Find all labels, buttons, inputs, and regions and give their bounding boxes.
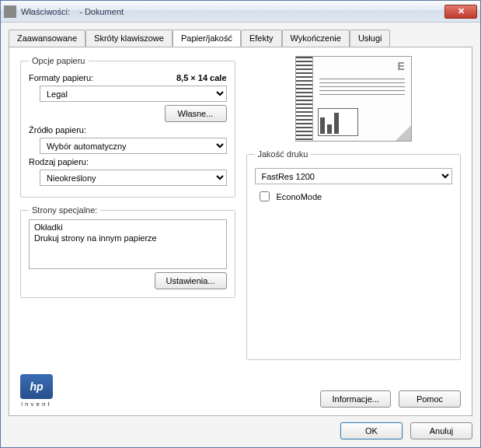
tab-paper-quality[interactable]: Papier/jakość (173, 30, 241, 47)
close-button[interactable]: ✕ (444, 5, 477, 19)
window-body: Zaawansowane Skróty klawiszowe Papier/ja… (1, 23, 480, 447)
hp-logo-sub: invent (20, 401, 53, 408)
tab-advanced[interactable]: Zaawansowane (9, 30, 85, 47)
window-title: Właściwości: - Dokument (21, 7, 124, 16)
print-quality-select[interactable]: FastRes 1200 (255, 168, 453, 184)
special-pages-legend: Strony specjalne: (29, 205, 100, 215)
preview-chart-icon (318, 108, 358, 136)
format-size-display: 8,5 × 14 cale (176, 73, 227, 82)
special-pages-list[interactable]: Okładki Drukuj strony na innym papierze (29, 219, 227, 269)
close-icon: ✕ (458, 6, 465, 16)
page-preview: E (295, 56, 412, 142)
list-item[interactable]: Okładki (31, 222, 225, 233)
tab-services[interactable]: Usługi (350, 30, 391, 47)
binding-icon (296, 57, 313, 141)
titlebar: Właściwości: - Dokument ✕ (1, 1, 480, 23)
right-column: E Jakość (246, 56, 462, 368)
title-prefix: Właściwości: (21, 7, 70, 16)
special-pages-settings-button[interactable]: Ustawienia... (155, 272, 227, 289)
title-device (72, 7, 77, 16)
economode-label: EconoMode (277, 192, 322, 201)
title-suffix: - Dokument (79, 7, 124, 16)
printer-icon (4, 5, 16, 18)
economode-checkbox[interactable] (260, 191, 270, 201)
tab-shortcuts[interactable]: Skróty klawiszowe (85, 30, 173, 47)
format-label: Formaty papieru: (29, 73, 93, 82)
hp-logo-block: hp invent (20, 374, 53, 408)
tab-finishing[interactable]: Wykończenie (282, 30, 350, 47)
preview-page: E (313, 57, 411, 141)
format-row: Formaty papieru: 8,5 × 14 cale (29, 73, 227, 82)
ok-button[interactable]: OK (340, 422, 403, 439)
list-item[interactable]: Drukuj strony na innym papierze (31, 233, 225, 243)
tab-panel: Opcje papieru Formaty papieru: 8,5 × 14 … (9, 47, 472, 416)
dialog-footer: OK Anuluj (9, 416, 472, 439)
info-button[interactable]: Informacje... (320, 390, 391, 408)
hp-logo-icon: hp (20, 374, 53, 399)
economode-row[interactable]: EconoMode (256, 189, 451, 204)
left-column: Opcje papieru Formaty papieru: 8,5 × 14 … (20, 56, 235, 368)
footer-row: hp invent Informacje... Pomoc (20, 368, 461, 408)
tab-bar: Zaawansowane Skróty klawiszowe Papier/ja… (9, 30, 472, 47)
custom-size-button[interactable]: Własne... (165, 105, 227, 122)
preview-badge: E (397, 60, 404, 72)
print-quality-legend: Jakość druku (255, 149, 312, 159)
type-label: Rodzaj papieru: (29, 157, 89, 166)
help-button[interactable]: Pomoc (399, 390, 461, 408)
special-pages-group: Strony specjalne: Okładki Drukuj strony … (20, 205, 235, 298)
paper-options-group: Opcje papieru Formaty papieru: 8,5 × 14 … (20, 56, 235, 198)
paper-options-legend: Opcje papieru (29, 56, 89, 65)
properties-window: Właściwości: - Dokument ✕ Zaawansowane S… (0, 0, 481, 448)
print-quality-group: Jakość druku FastRes 1200 EconoMode (246, 149, 462, 360)
tab-effects[interactable]: Efekty (241, 30, 282, 47)
paper-format-select[interactable]: Legal (40, 86, 227, 102)
cancel-button[interactable]: Anuluj (410, 422, 472, 439)
content-columns: Opcje papieru Formaty papieru: 8,5 × 14 … (20, 56, 461, 368)
paper-type-select[interactable]: Nieokreślony (40, 170, 227, 186)
source-label: Źródło papieru: (29, 125, 86, 135)
page-fold-icon (396, 125, 411, 141)
preview-lines (319, 79, 405, 98)
paper-source-select[interactable]: Wybór automatyczny (40, 138, 227, 154)
